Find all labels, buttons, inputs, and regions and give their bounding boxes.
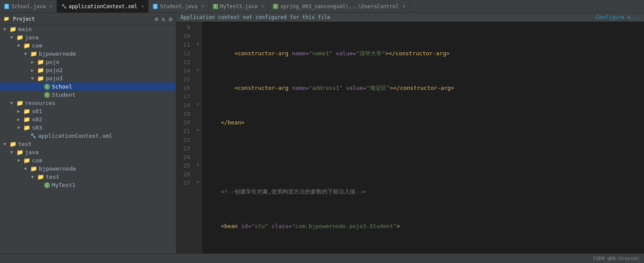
line-numbers: 9 10 11 12 13 14 15 16 17 18 19 20 21 22… xyxy=(176,22,194,253)
tab-appcontext-xml[interactable]: 🔧 applicationContext.xml × xyxy=(57,0,149,13)
tree-label: Student xyxy=(52,92,76,98)
class-icon: C xyxy=(44,92,50,98)
tree-item-test-bjpowernode[interactable]: ▼ 📁 bjpowernode xyxy=(0,165,176,173)
gutter-empty xyxy=(194,82,202,91)
folder-icon: 📁 xyxy=(16,34,23,41)
tab-label: School.java xyxy=(11,3,45,10)
tree-label: pojo2 xyxy=(46,67,63,73)
tree-label: com xyxy=(32,157,42,164)
tree-label: bjpowernode xyxy=(39,165,76,172)
gutter-empty xyxy=(194,73,202,82)
tree-label: test xyxy=(46,174,59,180)
sidebar: 📁 Project ⊕ ⇅ ⚙ ▼ 📁 main ▼ 📁 java ▼ 📁 co… xyxy=(0,13,176,253)
gutter-empty xyxy=(194,48,202,56)
folder-icon: 📁 xyxy=(37,67,44,73)
gutter-empty xyxy=(194,168,202,177)
tree-item-resources[interactable]: ▼ 📁 resources xyxy=(0,99,176,107)
tree-item-appcontext[interactable]: 🔧 applicationContext.xml xyxy=(0,132,176,140)
gutter-empty xyxy=(194,151,202,160)
expand-arrow: ▶ xyxy=(17,117,23,122)
expand-arrow: ▼ xyxy=(3,27,10,32)
arrows-icon[interactable]: ⇅ xyxy=(162,16,165,22)
tree-item-student[interactable]: C Student xyxy=(0,91,176,99)
code-line-10: <constructor-arg name="address1" value="… xyxy=(206,84,641,92)
gutter-fold-27[interactable]: ◇ xyxy=(194,177,202,186)
gutter-fold-25[interactable]: ◇ xyxy=(194,160,202,168)
folder-icon: 📁 xyxy=(16,149,23,155)
expand-arrow: ▼ xyxy=(24,166,30,171)
credit-text: CSDN @KK-Greyson xyxy=(593,256,639,261)
tree-item-s02[interactable]: ▶ 📁 s02 xyxy=(0,115,176,124)
folder-icon: 📁 xyxy=(23,42,30,49)
tree-item-bjpowernode[interactable]: ▼ 📁 bjpowernode xyxy=(0,50,176,58)
tab-close-icon[interactable]: × xyxy=(50,4,52,9)
gutter-fold-18[interactable]: ◇ xyxy=(194,99,202,108)
expand-arrow: ▼ xyxy=(3,142,10,146)
tree-item-mytest1[interactable]: C MyTest1 xyxy=(0,181,176,189)
xml-icon: 🔧 xyxy=(61,4,67,9)
tree-item-test[interactable]: ▼ 📁 test xyxy=(0,140,176,148)
expand-arrow: ▼ xyxy=(17,43,23,48)
code-line-13: <!--创建学生对象,使用构造方法的参数的下标注入值--> xyxy=(206,187,641,196)
folder-icon: 📁 xyxy=(23,108,30,114)
tree-item-pojo2[interactable]: ▶ 📁 pojo2 xyxy=(0,66,176,74)
gutter: ◇ ◇ ◇ ◇ ◇ ◇ xyxy=(194,22,202,253)
sidebar-header: 📁 Project ⊕ ⇅ ⚙ xyxy=(0,13,176,25)
tree-item-test-java[interactable]: ▼ 📁 java xyxy=(0,148,176,156)
tree-item-com[interactable]: ▼ 📁 com xyxy=(0,41,176,50)
tree-item-test-test[interactable]: ▼ 📁 test xyxy=(0,173,176,181)
configure-link[interactable]: Configure a... xyxy=(596,14,640,20)
java-icon: C xyxy=(153,4,158,9)
tree-item-s01[interactable]: ▶ 📁 s01 xyxy=(0,107,176,115)
expand-arrow: ▶ xyxy=(17,109,23,114)
tab-school-java[interactable]: C School.java × xyxy=(0,0,57,13)
tree-item-main[interactable]: ▼ 📁 main xyxy=(0,25,176,33)
folder-icon: 📁 xyxy=(23,157,30,164)
tab-close-icon[interactable]: × xyxy=(201,4,204,9)
tree-item-s03[interactable]: ▼ 📁 s03 xyxy=(0,124,176,132)
globe-icon[interactable]: ⊕ xyxy=(155,16,158,22)
folder-icon: 📁 xyxy=(23,124,30,131)
gutter-fold-11[interactable]: ◇ xyxy=(194,39,202,48)
tree-label: com xyxy=(32,42,42,49)
main-layout: 📁 Project ⊕ ⇅ ⚙ ▼ 📁 main ▼ 📁 java ▼ 📁 co… xyxy=(0,13,644,253)
tab-student-java[interactable]: C Student.java × xyxy=(149,0,209,13)
project-icon: 📁 xyxy=(3,16,10,22)
gutter-empty xyxy=(194,143,202,151)
tree-item-test-com[interactable]: ▼ 📁 com xyxy=(0,156,176,165)
tab-close-icon[interactable]: × xyxy=(141,4,144,9)
expand-arrow: ▼ xyxy=(24,51,30,56)
tab-close-icon[interactable]: × xyxy=(403,4,405,9)
gutter-empty xyxy=(194,91,202,99)
expand-arrow: ▼ xyxy=(31,76,37,81)
tree-label: java xyxy=(25,34,38,41)
tree-label: pojo xyxy=(46,59,59,65)
gutter-empty xyxy=(194,56,202,65)
tab-bar: C School.java × 🔧 applicationContext.xml… xyxy=(0,0,644,13)
gutter-fold-21[interactable]: ◇ xyxy=(194,125,202,134)
expand-arrow: ▼ xyxy=(17,158,23,163)
tree-label: MyTest1 xyxy=(52,182,76,188)
gear-icon[interactable]: ⚙ xyxy=(169,16,172,22)
tree-item-pojo3[interactable]: ▼ 📁 pojo3 xyxy=(0,74,176,82)
class-icon: C xyxy=(213,4,218,9)
tree-label: pojo3 xyxy=(46,75,63,82)
folder-icon: 📁 xyxy=(16,100,23,106)
folder-icon: 📁 xyxy=(23,116,30,123)
info-message: Application context not configured for t… xyxy=(181,14,330,20)
tree-item-java[interactable]: ▼ 📁 java xyxy=(0,33,176,41)
tree-item-school[interactable]: C School xyxy=(0,82,176,91)
tab-label: MyTest3.java xyxy=(220,3,258,10)
folder-icon: 📁 xyxy=(37,75,44,82)
tab-close-icon[interactable]: × xyxy=(261,4,264,9)
code-editor[interactable]: 9 10 11 12 13 14 15 16 17 18 19 20 21 22… xyxy=(176,22,644,253)
gutter-empty xyxy=(194,22,202,30)
code-content[interactable]: <constructor-arg name="name1" value="清华大… xyxy=(202,22,644,253)
tab-spring-003[interactable]: C spring_003_sancengxml\...\UsersControl… xyxy=(269,0,410,13)
tree-label: School xyxy=(52,83,72,90)
tab-label: spring_003_sancengxml\...\UsersControl xyxy=(280,3,399,10)
tab-label: Student.java xyxy=(160,3,197,10)
gutter-fold-14[interactable]: ◇ xyxy=(194,65,202,73)
tree-item-pojo[interactable]: ▶ 📁 pojo xyxy=(0,58,176,66)
tab-mytest3-java[interactable]: C MyTest3.java × xyxy=(209,0,269,13)
